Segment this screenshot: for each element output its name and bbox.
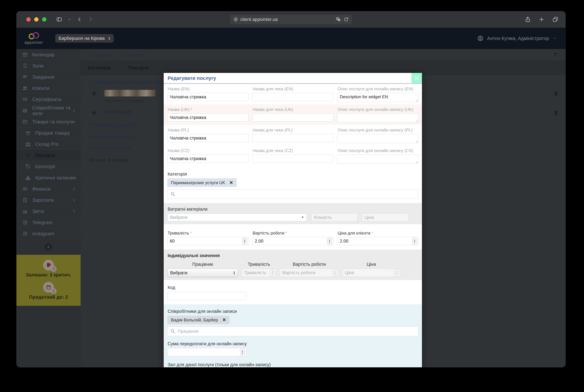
- column-service[interactable]: Послуга: [128, 65, 148, 70]
- url-text: client.appointer.ua: [240, 17, 278, 22]
- individual-price-input[interactable]: Ціна▲▼: [342, 268, 400, 277]
- sidebar-item-tasks[interactable]: Завдання: [16, 72, 81, 82]
- location-select[interactable]: Барбершоп на Кірова ▲▼: [55, 34, 114, 42]
- code-input[interactable]: [167, 292, 246, 300]
- tasks-icon: [22, 74, 28, 80]
- sidebar-item-calendar[interactable]: Календар: [16, 49, 81, 60]
- sidebar-item-clients[interactable]: Клієнти: [16, 82, 81, 94]
- add-button[interactable]: Додати: [88, 52, 111, 58]
- duration-input[interactable]: 60▲▼: [167, 237, 248, 245]
- sidebar-item-money[interactable]: Фінанси: [16, 183, 81, 194]
- sidebar-item-chart[interactable]: Звіти: [16, 206, 81, 217]
- sidebar-item-warning[interactable]: Критичні залишки: [16, 172, 81, 183]
- description-textarea[interactable]: Description for widget EN: [337, 93, 418, 102]
- forward-button[interactable]: [88, 16, 93, 22]
- app-logo[interactable]: appointer: [19, 32, 49, 45]
- minimize-window-button[interactable]: [34, 17, 38, 22]
- description-textarea[interactable]: [337, 114, 418, 122]
- client-price-input[interactable]: 2.00▲▼: [337, 237, 418, 245]
- description-textarea[interactable]: [337, 134, 418, 143]
- sidebar-item-bank[interactable]: Склад Pro: [16, 138, 81, 150]
- consumable-qty-input[interactable]: Кількість: [311, 214, 358, 221]
- cup-icon: [46, 262, 51, 268]
- chevron-down-icon[interactable]: [68, 18, 71, 21]
- tab-overview-icon[interactable]: [553, 16, 558, 22]
- sidebar-toggle-icon[interactable]: [56, 16, 62, 22]
- download-icon: [121, 52, 126, 57]
- worker-select[interactable]: Вибрати ▲▼: [167, 268, 238, 277]
- consumable-price-input[interactable]: Ціна: [362, 214, 409, 221]
- individual-work-input[interactable]: Вартість роботи▲▼: [280, 268, 339, 277]
- sidebar-item-scissors[interactable]: Послуги: [16, 150, 81, 161]
- reload-icon[interactable]: [344, 17, 349, 22]
- user-menu[interactable]: Антон Кучма, Адміністратор: [477, 35, 556, 42]
- individual-duration-input[interactable]: Тривалість▲▼: [242, 268, 276, 277]
- sidebar-item-products[interactable]: Товари та послуги: [16, 116, 81, 128]
- service-name[interactable]: Чоловіча стрижка: [104, 98, 156, 104]
- stepper-icon[interactable]: ▲▼: [242, 238, 247, 244]
- sidebar-item-telegram[interactable]: Telegram: [16, 217, 81, 228]
- sidebar-item-calculator[interactable]: Зарплати: [16, 194, 81, 206]
- stepper-icon[interactable]: ▲▼: [240, 349, 245, 356]
- sidebar-item-bookmark[interactable]: Зали: [16, 60, 81, 72]
- category-name[interactable]: Парикмахерские услуги UK(2): [95, 79, 166, 85]
- check-name-input[interactable]: [252, 93, 333, 101]
- category-name[interactable]: Косметология(1): [95, 134, 134, 140]
- name-input[interactable]: Чоловіча стрижка: [167, 134, 248, 142]
- stepper-icon[interactable]: ▲▼: [327, 238, 332, 244]
- category-search-input[interactable]: [167, 189, 418, 199]
- modal-close-button[interactable]: [411, 73, 422, 84]
- sidebar-item-staff[interactable]: Співробітники та зали: [16, 105, 81, 116]
- category-name[interactable]: Без категорії(3): [95, 145, 131, 151]
- close-window-button[interactable]: [26, 17, 30, 22]
- category-name[interactable]: Манікюр (укр.)(2): [95, 122, 135, 128]
- move-icon[interactable]: [91, 110, 97, 115]
- service-name[interactable]: Фарбування: [104, 109, 131, 114]
- description-label: Опис послуги для онлайн-запису (PL): [337, 126, 418, 134]
- check-name-input[interactable]: [252, 154, 333, 163]
- sidebar-item-certificate[interactable]: Сертифікати: [16, 94, 81, 105]
- stepper-icon[interactable]: ▲▼: [412, 238, 417, 244]
- expand-icon[interactable]: [88, 146, 92, 150]
- chevron-down-icon: [553, 36, 556, 40]
- new-tab-icon[interactable]: [539, 16, 545, 22]
- expand-icon[interactable]: [88, 134, 92, 138]
- prepay-input[interactable]: ▲▼: [167, 348, 246, 356]
- check-name-input[interactable]: [252, 134, 333, 142]
- trash-icon[interactable]: [553, 110, 559, 116]
- translate-icon[interactable]: [336, 17, 341, 22]
- column-category[interactable]: Категорія: [88, 65, 111, 70]
- user-name: Антон Кучма, Адміністратор: [487, 36, 549, 41]
- collapse-icon[interactable]: [88, 80, 92, 84]
- sidebar-item-instagram[interactable]: Instagram: [16, 228, 81, 239]
- sidebar-item-tags[interactable]: Категорії: [16, 161, 81, 172]
- move-icon[interactable]: [91, 91, 97, 96]
- filter-icon[interactable]: [553, 52, 558, 58]
- expand-icon[interactable]: [88, 123, 92, 127]
- location-select-value: Барбершоп на Кірова: [58, 36, 105, 41]
- check-name-input[interactable]: [252, 114, 333, 122]
- export-button[interactable]: Експорт: [121, 52, 146, 58]
- share-icon[interactable]: [525, 16, 531, 22]
- name-label: Назва (UK)*: [167, 106, 248, 114]
- browser-chrome: client.appointer.ua: [16, 11, 566, 28]
- name-input[interactable]: Чоловіча стрижка: [167, 93, 248, 101]
- zoom-window-button[interactable]: [42, 17, 46, 22]
- staff-chip-remove-icon[interactable]: ✕: [222, 317, 226, 322]
- sidebar-collapse-button[interactable]: [45, 243, 52, 251]
- name-input[interactable]: Чоловіча стрижка: [167, 114, 248, 122]
- name-input[interactable]: Чоловіча стрижка: [167, 154, 248, 163]
- description-textarea[interactable]: [337, 154, 418, 164]
- stock-alert[interactable]: 3 Залишки: 3 критич.: [18, 260, 79, 278]
- expiry-alert[interactable]: 2 Придатний до: 2: [18, 282, 79, 300]
- address-bar[interactable]: client.appointer.ua: [230, 15, 352, 24]
- staff-search-input[interactable]: Працівник: [167, 326, 418, 336]
- work-cost-input[interactable]: 2.00▲▼: [252, 237, 333, 245]
- back-button[interactable]: [77, 16, 82, 22]
- consumable-select[interactable]: Вибрати ▼: [167, 214, 307, 221]
- sidebar-nav: Календар Зали Завдання Клієнти Сертифіка…: [16, 49, 81, 239]
- trash-icon[interactable]: [553, 90, 559, 96]
- category-chip-remove-icon[interactable]: ✕: [229, 180, 233, 185]
- sidebar-item-scales[interactable]: Продаж товару: [16, 128, 81, 138]
- individual-values-section: Індивідуальні значення Працівник Тривалі…: [164, 250, 422, 280]
